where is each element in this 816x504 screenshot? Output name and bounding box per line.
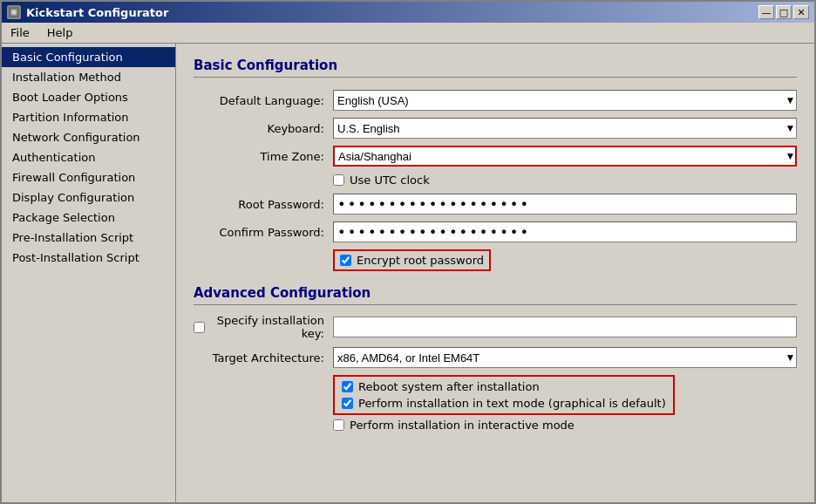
- timezone-row: Time Zone: Asia/Shanghai: [194, 146, 797, 167]
- specify-key-text: Specify installation key:: [210, 314, 324, 340]
- reboot-after-checkbox[interactable]: [342, 381, 353, 392]
- specify-key-row: Specify installation key:: [194, 314, 797, 340]
- window-title: Kickstart Configurator: [26, 6, 168, 19]
- sidebar-item-post-installation-script[interactable]: Post-Installation Script: [2, 248, 175, 268]
- sidebar-item-authentication[interactable]: Authentication: [2, 147, 175, 167]
- advanced-config-title: Advanced Configuration: [194, 285, 797, 305]
- target-arch-row: Target Architecture: x86, AMD64, or Inte…: [194, 347, 797, 368]
- specify-key-input[interactable]: [333, 317, 797, 337]
- keyboard-control: U.S. English: [333, 118, 797, 139]
- sidebar-item-firewall-configuration[interactable]: Firewall Configuration: [2, 167, 175, 187]
- default-language-label: Default Language:: [194, 94, 333, 107]
- sidebar-item-partition-information[interactable]: Partition Information: [2, 107, 175, 127]
- main-content: Basic Configuration Installation Method …: [2, 44, 814, 502]
- sidebar-item-boot-loader-options[interactable]: Boot Loader Options: [2, 87, 175, 107]
- interactive-mode-row: Perform installation in interactive mode: [333, 419, 797, 432]
- interactive-mode-checkbox[interactable]: [333, 419, 344, 431]
- menu-help[interactable]: Help: [42, 24, 78, 41]
- encrypt-box: Encrypt root password: [333, 249, 491, 271]
- specify-key-checkbox[interactable]: [194, 322, 205, 333]
- menu-bar: File Help: [2, 23, 814, 44]
- text-mode-checkbox[interactable]: [342, 398, 353, 409]
- timezone-select[interactable]: Asia/Shanghai: [333, 146, 797, 167]
- sidebar-item-pre-installation-script[interactable]: Pre-Installation Script: [2, 228, 175, 248]
- target-arch-wrapper: x86, AMD64, or Intel EM64T: [333, 347, 797, 368]
- svg-point-1: [11, 10, 17, 15]
- confirm-password-input[interactable]: [333, 221, 797, 242]
- interactive-mode-label: Perform installation in interactive mode: [350, 419, 575, 432]
- reboot-box: Reboot system after installation Perform…: [333, 375, 675, 415]
- root-password-label: Root Password:: [194, 198, 333, 211]
- utc-row: Use UTC clock: [333, 174, 797, 187]
- default-language-select[interactable]: English (USA): [333, 90, 797, 111]
- keyboard-select[interactable]: U.S. English: [333, 118, 797, 139]
- timezone-label: Time Zone:: [194, 150, 333, 163]
- sidebar-item-display-configuration[interactable]: Display Configuration: [2, 187, 175, 208]
- timezone-control: Asia/Shanghai: [333, 146, 797, 167]
- keyboard-row: Keyboard: U.S. English: [194, 118, 797, 139]
- menu-file[interactable]: File: [5, 24, 35, 41]
- title-bar: Kickstart Configurator — □ ✕: [2, 2, 814, 23]
- text-mode-row: Perform installation in text mode (graph…: [342, 397, 666, 410]
- reboot-after-row: Reboot system after installation: [342, 380, 666, 393]
- target-arch-label: Target Architecture:: [194, 351, 333, 364]
- confirm-password-label: Confirm Password:: [194, 226, 333, 239]
- root-password-row: Root Password:: [194, 194, 797, 215]
- sidebar-item-installation-method[interactable]: Installation Method: [2, 67, 175, 87]
- basic-config-title: Basic Configuration: [194, 58, 797, 78]
- title-bar-left: Kickstart Configurator: [7, 5, 168, 19]
- sidebar-item-network-configuration[interactable]: Network Configuration: [2, 127, 175, 147]
- default-language-control: English (USA): [333, 90, 797, 111]
- confirm-password-control: [333, 221, 797, 242]
- root-password-input[interactable]: [333, 194, 797, 215]
- sidebar-item-basic-configuration[interactable]: Basic Configuration: [2, 47, 175, 67]
- main-window: Kickstart Configurator — □ ✕ File Help B…: [0, 0, 816, 504]
- default-language-row: Default Language: English (USA): [194, 90, 797, 111]
- sidebar: Basic Configuration Installation Method …: [2, 44, 176, 502]
- timezone-wrapper: Asia/Shanghai: [333, 146, 797, 167]
- utc-label: Use UTC clock: [350, 174, 430, 187]
- sidebar-item-package-selection[interactable]: Package Selection: [2, 208, 175, 228]
- utc-checkbox[interactable]: [333, 174, 344, 186]
- target-arch-control: x86, AMD64, or Intel EM64T: [333, 347, 797, 368]
- minimize-button[interactable]: —: [758, 5, 774, 19]
- text-mode-label: Perform installation in text mode (graph…: [358, 397, 666, 410]
- root-password-control: [333, 194, 797, 215]
- keyboard-wrapper: U.S. English: [333, 118, 797, 139]
- default-language-wrapper: English (USA): [333, 90, 797, 111]
- maximize-button[interactable]: □: [776, 5, 792, 19]
- target-arch-select[interactable]: x86, AMD64, or Intel EM64T: [333, 347, 797, 368]
- app-icon: [7, 5, 21, 19]
- title-buttons: — □ ✕: [758, 5, 809, 19]
- close-button[interactable]: ✕: [793, 5, 809, 19]
- encrypt-password-checkbox[interactable]: [340, 255, 351, 266]
- confirm-password-row: Confirm Password:: [194, 221, 797, 242]
- keyboard-label: Keyboard:: [194, 122, 333, 135]
- specify-key-label: Specify installation key:: [194, 314, 333, 340]
- reboot-after-label: Reboot system after installation: [358, 380, 540, 393]
- content-area: Basic Configuration Default Language: En…: [176, 44, 814, 502]
- encrypt-password-row: Encrypt root password: [333, 249, 797, 271]
- encrypt-password-label: Encrypt root password: [357, 254, 484, 267]
